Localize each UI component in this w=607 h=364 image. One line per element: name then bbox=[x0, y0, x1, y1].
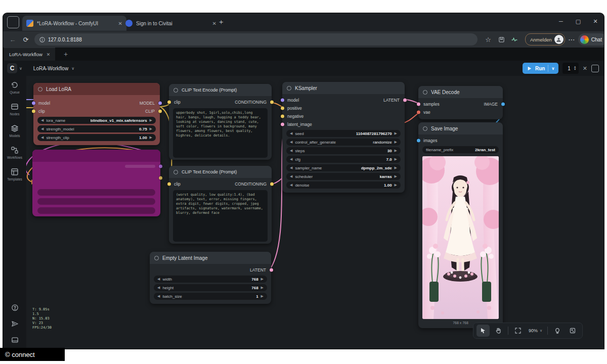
widget-control-after-generate[interactable]: ◀control_after_generate randomize▶ bbox=[286, 139, 401, 146]
output-port[interactable] bbox=[159, 165, 162, 168]
node-clip-text-encode-positive[interactable]: CLIP Text Encode (Prompt) clip CONDITION… bbox=[169, 84, 272, 160]
input-port-images[interactable] bbox=[417, 139, 420, 143]
browser-tab-signin[interactable]: Sign in to Civitai ✕ bbox=[121, 16, 221, 31]
workspaces-icon[interactable] bbox=[7, 16, 19, 28]
run-button[interactable]: Run ∨ bbox=[523, 63, 558, 74]
node-header[interactable]: VAE Decode bbox=[418, 86, 503, 98]
prompt-textarea[interactable]: (worst quality, low quality:1.4), (bad a… bbox=[173, 190, 268, 242]
widget-batch-size[interactable]: ◀batch_size 1▶ bbox=[154, 293, 267, 300]
profile-signin-button[interactable]: Anmelden bbox=[525, 33, 565, 46]
close-icon[interactable]: ✕ bbox=[587, 13, 604, 29]
collapse-icon[interactable] bbox=[38, 87, 42, 92]
widget-width[interactable]: ◀width 768▶ bbox=[154, 276, 267, 283]
refresh-icon[interactable]: ⟳ bbox=[19, 33, 32, 46]
sidebar-help-button[interactable] bbox=[3, 304, 26, 311]
toggle-link-visibility-button[interactable] bbox=[551, 325, 564, 337]
input-port-vae[interactable] bbox=[417, 111, 420, 114]
minimize-icon[interactable]: ─ bbox=[552, 13, 570, 29]
workflow-tab-close-icon[interactable]: ✕ bbox=[47, 52, 51, 57]
pan-tool-button[interactable] bbox=[492, 325, 505, 337]
address-bar[interactable]: 127.0.0.1:8188 bbox=[34, 33, 478, 46]
node-bypassed-checkpoint[interactable] bbox=[32, 150, 160, 216]
output-port-conditioning[interactable] bbox=[270, 183, 274, 186]
output-port-conditioning[interactable] bbox=[270, 101, 274, 104]
faded-widget[interactable] bbox=[37, 207, 155, 214]
widget-sampler-name[interactable]: ◀sampler_name dpmpp_2m_sde▶ bbox=[286, 164, 401, 171]
input-port-model[interactable] bbox=[32, 102, 35, 105]
maximize-icon[interactable]: ▢ bbox=[570, 13, 587, 29]
sidebar-settings-button[interactable] bbox=[3, 336, 26, 344]
input-port-latent-image[interactable] bbox=[281, 123, 284, 126]
output-port[interactable] bbox=[159, 176, 162, 180]
output-port-model[interactable] bbox=[158, 102, 162, 105]
input-port-samples[interactable] bbox=[417, 103, 420, 106]
copilot-chat-button[interactable]: Chat bbox=[578, 33, 604, 46]
sidebar-item-models[interactable]: Models bbox=[3, 124, 26, 138]
sidebar-item-queue[interactable]: Queue bbox=[3, 81, 26, 94]
collapse-icon[interactable] bbox=[174, 88, 178, 93]
prompt-textarea[interactable]: upperbody shot, 1girl,solo,chibi,long ha… bbox=[173, 108, 268, 158]
settings-menu-icon[interactable]: ⋯ bbox=[565, 33, 578, 46]
widget-cfg[interactable]: ◀cfg 7.0▶ bbox=[286, 156, 401, 163]
widget-strength-clip[interactable]: ◀strength_clip 1.00▶ bbox=[37, 134, 156, 141]
input-port-clip[interactable] bbox=[167, 101, 171, 104]
clear-queue-icon[interactable]: ✕ bbox=[583, 65, 587, 72]
sidebar-feedback-button[interactable] bbox=[3, 320, 26, 328]
node-load-lora[interactable]: Load LoRA model MODEL clip CLIP ◀lora_na… bbox=[33, 83, 160, 145]
collections-icon[interactable] bbox=[495, 33, 508, 46]
input-port-positive[interactable] bbox=[281, 107, 284, 110]
browser-essentials-icon[interactable] bbox=[508, 33, 521, 46]
browser-tab-comfyui[interactable]: *LoRA-Workflow - ComfyUI ✕ bbox=[22, 16, 126, 31]
fit-view-button[interactable] bbox=[511, 325, 525, 337]
node-header[interactable]: CLIP Text Encode (Prompt) bbox=[169, 84, 272, 96]
logo-chevron-icon[interactable]: ∨ bbox=[19, 66, 22, 71]
output-port-image[interactable] bbox=[501, 103, 505, 106]
minimap-button[interactable] bbox=[566, 325, 579, 337]
workflow-tab[interactable]: LoRA-Workflow ✕ bbox=[4, 48, 55, 61]
output-port-clip[interactable] bbox=[158, 110, 162, 113]
sidebar-item-nodes[interactable]: Nodes bbox=[3, 103, 26, 116]
widget-height[interactable]: ◀height 768▶ bbox=[154, 284, 267, 291]
widget-seed[interactable]: ◀seed 1104087281796270▶ bbox=[286, 130, 401, 137]
new-workflow-icon[interactable]: ＋ bbox=[62, 50, 69, 59]
faded-widget[interactable] bbox=[37, 198, 155, 205]
node-header[interactable]: CLIP Text Encode (Prompt) bbox=[169, 166, 272, 178]
node-canvas[interactable]: Load LoRA model MODEL clip CLIP ◀lora_na… bbox=[26, 76, 604, 349]
input-port-clip[interactable] bbox=[32, 110, 35, 113]
node-header[interactable]: Load LoRA bbox=[33, 83, 160, 95]
node-header[interactable]: KSampler bbox=[282, 82, 405, 94]
select-tool-button[interactable] bbox=[476, 325, 490, 337]
input-port-negative[interactable] bbox=[281, 115, 284, 118]
sidebar-item-templates[interactable]: Templates bbox=[3, 168, 26, 181]
workflow-menu-title[interactable]: LoRA-Workflow bbox=[33, 66, 68, 71]
output-port-latent[interactable] bbox=[403, 99, 407, 102]
node-ksampler[interactable]: KSampler model LATENT positive negative … bbox=[282, 82, 405, 193]
batch-count-stepper[interactable]: 1 ▲▼ bbox=[562, 63, 579, 74]
tab-close-icon[interactable]: ✕ bbox=[212, 21, 216, 26]
collapse-icon[interactable] bbox=[423, 90, 427, 95]
run-options-chevron-icon[interactable]: ∨ bbox=[551, 66, 554, 71]
input-port-model[interactable] bbox=[281, 99, 284, 102]
node-save-image[interactable]: Save Image images filename_prefix 2kran_… bbox=[418, 122, 503, 328]
widget-steps[interactable]: ◀steps 30▶ bbox=[286, 147, 401, 154]
widget-lora-name[interactable]: ◀lora_name blindbox_v1_mix.safetensors▶ bbox=[37, 117, 156, 124]
faded-widget[interactable] bbox=[37, 189, 155, 196]
back-icon[interactable]: ← bbox=[6, 33, 19, 46]
comfyui-logo[interactable]: C bbox=[7, 63, 17, 73]
widget-denoise[interactable]: ◀denoise 1.00▶ bbox=[286, 181, 401, 189]
queue-panel-icon[interactable] bbox=[591, 65, 599, 72]
favorites-star-icon[interactable]: ☆ bbox=[482, 33, 495, 46]
widget-filename-prefix[interactable]: filename_prefix 2kran_test bbox=[422, 146, 499, 153]
collapse-icon[interactable] bbox=[154, 256, 159, 260]
node-header[interactable]: Save Image bbox=[418, 122, 503, 134]
collapse-icon[interactable] bbox=[287, 86, 291, 90]
output-port-latent[interactable] bbox=[270, 268, 273, 272]
collapse-icon[interactable] bbox=[174, 170, 178, 174]
node-vae-decode[interactable]: VAE Decode samples IMAGE vae bbox=[418, 86, 503, 119]
node-empty-latent-image[interactable]: Empty Latent Image LATENT ◀width 768▶ ◀h… bbox=[150, 252, 271, 304]
input-port-clip[interactable] bbox=[167, 183, 171, 186]
node-header[interactable]: Empty Latent Image bbox=[150, 252, 271, 264]
new-tab-icon[interactable]: ＋ bbox=[218, 18, 225, 27]
collapse-icon[interactable] bbox=[423, 126, 427, 131]
widget-scheduler[interactable]: ◀scheduler karras▶ bbox=[286, 173, 401, 180]
